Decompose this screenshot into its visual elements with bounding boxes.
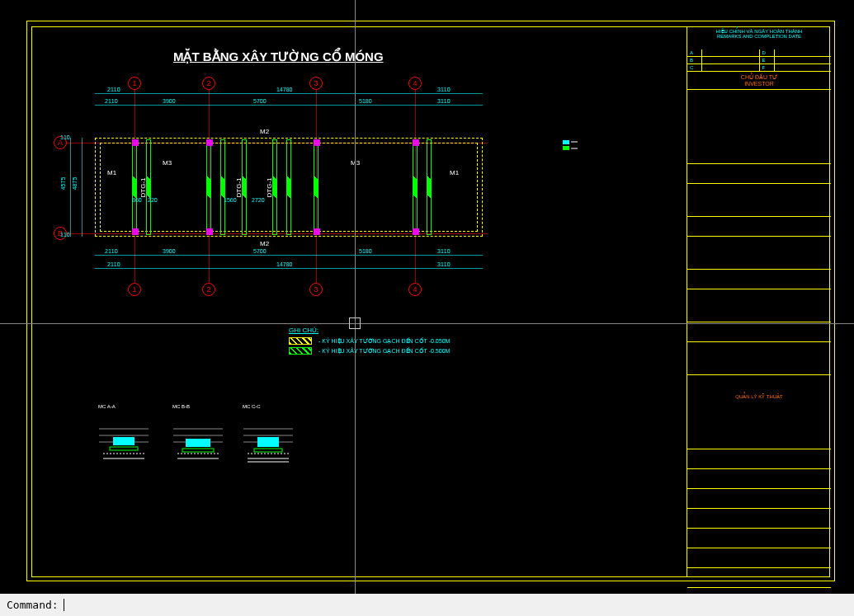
svg-rect-0: [563, 140, 569, 144]
legend-text-1: - KÝ HIỆU XÂY TƯỜNG GẠCH ĐẾN CỐT -0.050M: [318, 338, 450, 345]
command-line[interactable]: Command:: [0, 594, 854, 616]
label-DTG-1: DTG-1: [139, 178, 147, 198]
label-DTG-2: DTG-1: [235, 178, 243, 198]
legend-title: GHI CHÚ:: [289, 327, 450, 334]
dim-l-4: 110: [60, 232, 70, 237]
legend-swatch-yellow: [289, 337, 312, 345]
investor-label-en: INVESTOR: [690, 81, 828, 87]
tb-row-3: [687, 217, 831, 237]
tb-row-1: [687, 164, 831, 184]
wall-green-5: [314, 139, 318, 235]
revision-header: HIỆU CHỈNH VÀ NGÀY HOÀN THÀNH REMARKS AN…: [687, 26, 831, 49]
wall-green-3: [242, 139, 247, 235]
col-3B: [314, 228, 320, 235]
dim-l-3: 4875: [72, 177, 78, 190]
legend-text-2: - KÝ HIỆU XÂY TƯỜNG GẠCH ĐẾN CỐT -0.500M: [318, 348, 450, 355]
legend: GHI CHÚ: - KÝ HIỆU XÂY TƯỜNG GẠCH ĐẾN CỐ…: [289, 327, 450, 357]
detail-2: MC B-B: [169, 412, 227, 470]
svg-rect-1: [563, 146, 569, 150]
wall-green-6b: [427, 139, 432, 235]
dimline-top-outer: [95, 93, 483, 94]
col-2A: [206, 139, 213, 146]
label-M1-left: M1: [107, 169, 116, 176]
foundation-plan: 1 2 3 4 1 2 3 4 A B: [62, 70, 532, 301]
dim-ti-3: 5700: [253, 98, 267, 104]
tb-row-10: [687, 469, 831, 489]
dimline-left-inner: [70, 138, 71, 237]
wall-green-6: [413, 139, 418, 235]
svg-rect-19: [257, 437, 279, 447]
rev-cell-c: C: [687, 64, 702, 71]
svg-rect-6: [110, 447, 138, 450]
wall-green-2: [206, 139, 211, 235]
investor-block: CHỦ ĐẦU TƯ INVESTOR: [687, 72, 831, 90]
tb-row-2: [687, 184, 831, 217]
grid-bubble-1-top: 1: [128, 77, 141, 90]
wall-green-1: [132, 139, 137, 235]
dim-ti-1: 2110: [105, 98, 118, 104]
tb-row-14: [687, 548, 831, 568]
detail-1-title: MC A-A: [98, 404, 116, 409]
tb-row-5: [687, 270, 831, 289]
label-M3-1: M3: [163, 159, 172, 167]
tb-row-8: [687, 342, 831, 375]
dim-in-4: 2720: [252, 197, 265, 203]
label-M2-bot: M2: [260, 240, 269, 247]
tb-logo-area: [687, 90, 831, 164]
dim-ti-4: 5180: [359, 98, 372, 104]
tb-stamp-area: QUẢN LÝ KỸ THUẬT: [687, 375, 831, 449]
wall-green-1b: [146, 139, 151, 235]
crosshair-horizontal: [0, 323, 854, 324]
dimline-bot-outer: [95, 268, 483, 269]
dim-bo-3: 3110: [437, 261, 451, 267]
tb-row-12: [687, 509, 831, 529]
dimline-left-outer: [82, 138, 83, 237]
grid-bubble-2-top: 2: [202, 77, 215, 90]
col-3A: [314, 139, 320, 146]
grid-bubble-3-top: 3: [309, 77, 323, 90]
rev-cell-f: F: [760, 64, 775, 71]
rev-cell-a: A: [687, 49, 702, 56]
tb-row-15: [687, 568, 831, 588]
dim-in-1: 860: [132, 197, 142, 203]
svg-rect-13: [182, 449, 214, 452]
rev-header-line2: REMARKS AND COMPLETION DATE: [687, 34, 831, 39]
col-1B: [132, 228, 139, 235]
grid-bubble-2-bot: 2: [202, 283, 215, 296]
tb-row-6: [687, 289, 831, 322]
cursor-pickbox: [349, 317, 361, 329]
wall-green-2b: [220, 139, 225, 235]
grid-bubble-1-bot: 1: [128, 283, 141, 296]
title-block: HIỆU CHỈNH VÀ NGÀY HOÀN THÀNH REMARKS AN…: [687, 26, 831, 577]
dim-bi-2: 3900: [163, 248, 176, 254]
rev-cell-d: D: [760, 49, 775, 56]
grid-bubble-4-bot: 4: [408, 283, 422, 296]
wall-green-4b: [286, 139, 291, 235]
dim-bi-1: 2110: [105, 248, 118, 254]
dim-bo-2: 14780: [276, 261, 292, 267]
dim-to-3: 3110: [437, 87, 451, 92]
dim-bi-5: 3110: [437, 248, 451, 254]
dimline-top-inner: [95, 105, 483, 106]
rev-cell-b: B: [687, 57, 702, 63]
dim-in-2: 220: [148, 197, 158, 203]
dimline-bot-inner: [95, 255, 483, 256]
svg-rect-12: [186, 439, 210, 447]
model-viewport[interactable]: HIỆU CHỈNH VÀ NGÀY HOÀN THÀNH REMARKS AN…: [0, 0, 854, 594]
detail-2-title: MC B-B: [172, 404, 190, 409]
col-1A: [132, 139, 139, 146]
tb-row-4: [687, 237, 831, 270]
dim-ti-5: 3110: [437, 98, 451, 104]
command-prompt-label: Command:: [7, 599, 59, 611]
svg-rect-20: [254, 449, 282, 452]
label-M1-right: M1: [450, 169, 459, 176]
investor-label-vn: CHỦ ĐẦU TƯ: [690, 74, 828, 81]
dim-bi-3: 5700: [253, 248, 267, 254]
col-2B: [206, 228, 213, 235]
detail-3-title: MC C-C: [243, 404, 261, 409]
dim-l-2: 4575: [60, 177, 66, 190]
detail-3: MC C-C: [239, 412, 297, 470]
grid-bubble-3-bot: 3: [309, 283, 323, 296]
dim-bo-1: 2110: [107, 261, 120, 267]
crosshair-vertical: [355, 0, 356, 594]
